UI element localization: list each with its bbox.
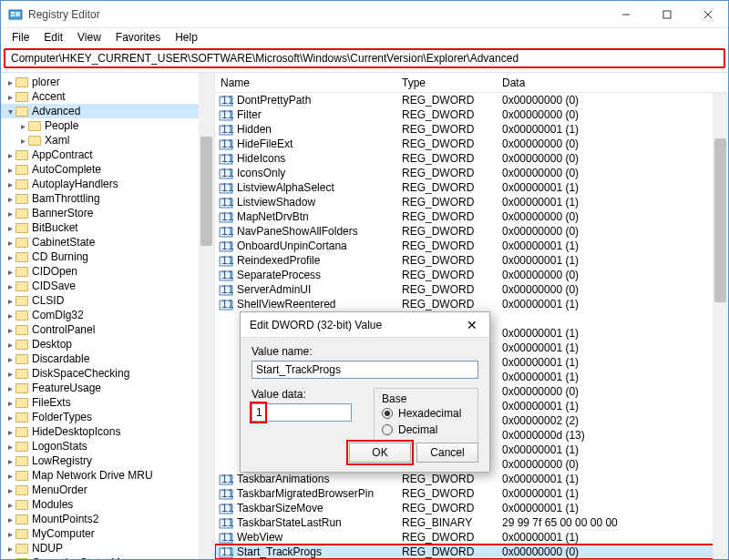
tree-item[interactable]: ▸plorer — [1, 75, 214, 89]
expand-icon[interactable]: ▾ — [5, 107, 15, 117]
expand-icon[interactable]: ▸ — [5, 92, 15, 102]
tree-item[interactable]: ▾Advanced — [1, 104, 214, 118]
expand-icon[interactable]: ▸ — [5, 500, 15, 510]
tree-item[interactable]: ▸AutoComplete — [1, 162, 214, 177]
expand-icon[interactable]: ▸ — [5, 281, 15, 291]
tree-item[interactable]: ▸AppContract — [1, 148, 214, 162]
expand-icon[interactable]: ▸ — [5, 238, 15, 248]
expand-icon[interactable]: ▸ — [5, 165, 15, 175]
col-header-name[interactable]: Name — [215, 76, 402, 89]
tree-item[interactable]: ▸HideDesktopIcons — [1, 424, 214, 439]
tree-item[interactable]: ▸Xaml — [1, 133, 214, 148]
value-row[interactable]: 110ReindexedProfileREG_DWORD0x00000001 (… — [215, 253, 728, 268]
tree-item[interactable]: ▸CIDOpen — [1, 264, 214, 279]
expand-icon[interactable]: ▸ — [5, 485, 15, 495]
tree-item[interactable]: ▸MenuOrder — [1, 483, 214, 497]
tree-item[interactable]: ▸Modules — [1, 497, 214, 512]
expand-icon[interactable]: ▸ — [17, 136, 28, 146]
value-row[interactable]: 110ListviewShadowREG_DWORD0x00000001 (1) — [215, 195, 728, 209]
tree-item[interactable]: ▸CD Burning — [1, 249, 214, 264]
expand-icon[interactable]: ▸ — [5, 252, 15, 262]
tree-item[interactable]: ▸LogonStats — [1, 439, 214, 453]
expand-icon[interactable]: ▸ — [5, 369, 15, 379]
tree-item[interactable]: ▸Map Network Drive MRU — [1, 468, 214, 483]
tree-item[interactable]: ▸BamThrottling — [1, 191, 214, 206]
tree-item[interactable]: ▸ComDlg32 — [1, 308, 214, 322]
expand-icon[interactable]: ▸ — [5, 398, 15, 408]
menu-file[interactable]: File — [5, 30, 36, 45]
minimize-button[interactable] — [605, 1, 646, 27]
expand-icon[interactable]: ▸ — [17, 121, 28, 131]
column-headers[interactable]: Name Type Data — [215, 73, 728, 93]
expand-icon[interactable]: ▸ — [5, 558, 15, 560]
expand-icon[interactable]: ▸ — [5, 427, 15, 437]
expand-icon[interactable]: ▸ — [5, 223, 15, 233]
tree-item[interactable]: ▸BitBucket — [1, 220, 214, 235]
value-row[interactable]: 110ServerAdminUIREG_DWORD0x00000000 (0) — [215, 282, 728, 297]
menu-edit[interactable]: Edit — [36, 30, 70, 45]
expand-icon[interactable]: ▸ — [5, 77, 15, 87]
value-row[interactable]: 110NavPaneShowAllFoldersREG_DWORD0x00000… — [215, 224, 728, 239]
expand-icon[interactable]: ▸ — [5, 412, 15, 423]
tree-item[interactable]: ▸People — [1, 118, 214, 133]
tree-item[interactable]: ▸DiskSpaceChecking — [1, 366, 214, 381]
value-row[interactable]: 110WebViewREG_DWORD0x00000001 (1) — [215, 530, 728, 545]
address-bar[interactable]: Computer\HKEY_CURRENT_USER\SOFTWARE\Micr… — [4, 48, 725, 68]
value-row[interactable]: 110IconsOnlyREG_DWORD0x00000000 (0) — [215, 166, 728, 180]
value-row[interactable]: 110ShellViewReenteredREG_DWORD0x00000001… — [215, 297, 728, 311]
tree-item[interactable]: ▸CIDSave — [1, 279, 214, 293]
value-row[interactable]: 110TaskbarStateLastRunREG_BINARY29 99 7f… — [215, 515, 728, 530]
expand-icon[interactable]: ▸ — [5, 296, 15, 306]
expand-icon[interactable]: ▸ — [5, 340, 15, 350]
value-row[interactable]: 110HideFileExtREG_DWORD0x00000000 (0) — [215, 137, 728, 151]
dialog-titlebar[interactable]: Edit DWORD (32-bit) Value ✕ — [241, 312, 489, 338]
tree-item[interactable]: ▸Accent — [1, 89, 214, 104]
expand-icon[interactable]: ▸ — [5, 544, 15, 554]
expand-icon[interactable]: ▸ — [5, 267, 15, 277]
expand-icon[interactable]: ▸ — [5, 179, 15, 189]
value-row[interactable]: 110FilterREG_DWORD0x00000000 (0) — [215, 107, 728, 122]
expand-icon[interactable]: ▸ — [5, 514, 15, 524]
list-scrollbar[interactable] — [713, 93, 728, 559]
expand-icon[interactable]: ▸ — [5, 471, 15, 481]
tree-scrollbar[interactable] — [199, 73, 214, 559]
value-row[interactable]: 110HideIconsREG_DWORD0x00000000 (0) — [215, 151, 728, 166]
tree-item[interactable]: ▸CLSID — [1, 293, 214, 308]
maximize-button[interactable] — [646, 1, 687, 27]
value-row[interactable]: 110OnboardUnpinCortanaREG_DWORD0x0000000… — [215, 239, 728, 253]
expand-icon[interactable]: ▸ — [5, 194, 15, 204]
close-button[interactable] — [687, 1, 728, 27]
tree-item[interactable]: ▸FileExts — [1, 395, 214, 410]
value-row[interactable]: 110DontPrettyPathREG_DWORD0x00000000 (0) — [215, 93, 728, 107]
tree-item[interactable]: ▸Discardable — [1, 351, 214, 366]
expand-icon[interactable]: ▸ — [5, 442, 15, 452]
tree-item[interactable]: ▸LowRegistry — [1, 453, 214, 468]
dialog-close-button[interactable]: ✕ — [458, 318, 486, 332]
value-name-field[interactable] — [252, 361, 478, 379]
titlebar[interactable]: Registry Editor — [1, 1, 728, 28]
menu-favorites[interactable]: Favorites — [108, 30, 168, 45]
tree-item[interactable]: ▸ControlPanel — [1, 322, 214, 337]
menu-help[interactable]: Help — [168, 30, 205, 45]
radio-decimal[interactable]: Decimal — [382, 422, 470, 438]
radio-hexadecimal[interactable]: Hexadecimal — [382, 405, 470, 422]
value-row[interactable]: 110TaskbarMigratedBrowserPinREG_DWORD0x0… — [215, 486, 728, 501]
value-row[interactable]: 110MapNetDrvBtnREG_DWORD0x00000000 (0) — [215, 209, 728, 224]
expand-icon[interactable]: ▸ — [5, 325, 15, 335]
list-scrollbar-thumb[interactable] — [714, 138, 726, 302]
expand-icon[interactable]: ▸ — [5, 456, 15, 466]
tree-item[interactable]: ▸FeatureUsage — [1, 381, 214, 395]
expand-icon[interactable]: ▸ — [5, 150, 15, 160]
cancel-button[interactable]: Cancel — [416, 443, 478, 463]
value-row[interactable]: 110HiddenREG_DWORD0x00000001 (1) — [215, 122, 728, 137]
tree-pane[interactable]: ▸plorer▸Accent▾Advanced▸People▸Xaml▸AppC… — [1, 73, 215, 559]
value-row[interactable]: 110SeparateProcessREG_DWORD0x00000000 (0… — [215, 268, 728, 282]
tree-item[interactable]: ▸FolderTypes — [1, 410, 214, 424]
expand-icon[interactable]: ▸ — [5, 354, 15, 364]
tree-item[interactable]: ▸MountPoints2 — [1, 512, 214, 526]
tree-item[interactable]: ▸AutoplayHandlers — [1, 177, 214, 191]
expand-icon[interactable]: ▸ — [5, 311, 15, 321]
tree-item[interactable]: ▸CabinetState — [1, 235, 214, 249]
menu-view[interactable]: View — [70, 30, 108, 45]
expand-icon[interactable]: ▸ — [5, 209, 15, 219]
